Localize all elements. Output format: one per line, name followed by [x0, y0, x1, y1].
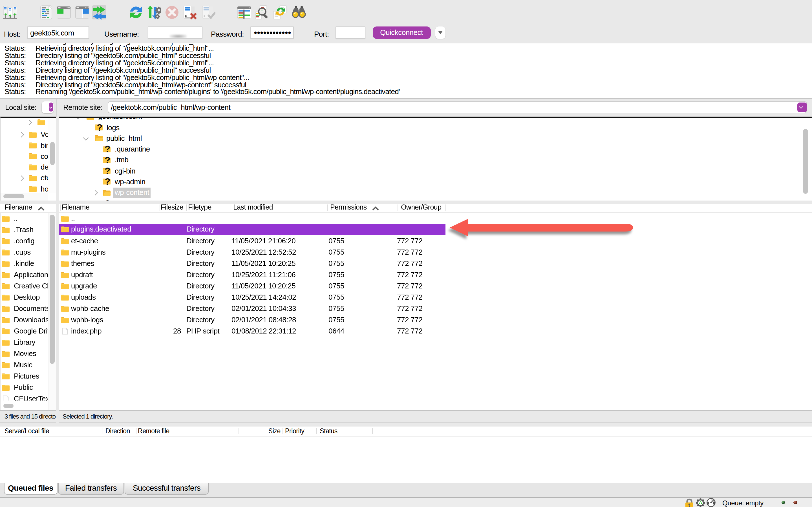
- svg-text:A: A: [699, 500, 702, 505]
